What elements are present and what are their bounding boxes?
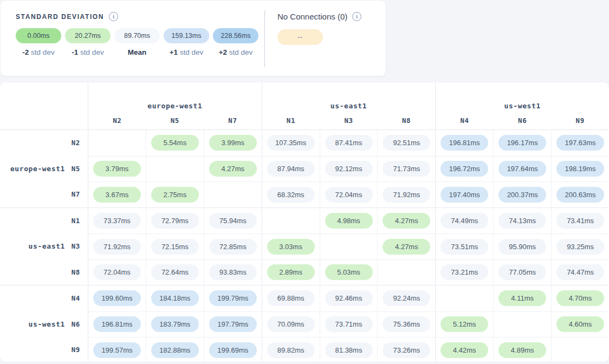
latency-pill-N7-N1[interactable]: 68.32ms [267, 187, 315, 203]
latency-pill-N6-N2[interactable]: 196.81ms [93, 316, 141, 332]
latency-pill-N7-N2[interactable]: 3.67ms [93, 187, 141, 203]
legend-item: 89.70msMean [114, 28, 160, 56]
cell-N6-N1: 70.09ms [262, 311, 320, 337]
latency-pill-N9-N1[interactable]: 89.82ms [267, 342, 315, 358]
legend-pill: 20.27ms [65, 28, 111, 43]
latency-pill-N2-N7[interactable]: 3.99ms [209, 135, 257, 151]
latency-pill-N6-N7[interactable]: 197.79ms [209, 316, 257, 332]
cell-N2-N9: 197.63ms [551, 130, 609, 156]
latency-pill-N4-N5[interactable]: 184.18ms [151, 290, 199, 306]
latency-pill-N2-N4[interactable]: 196.81ms [440, 135, 488, 151]
latency-pill-N4-N9[interactable]: 4.70ms [556, 290, 604, 306]
latency-pill-N9-N3[interactable]: 81.38ms [325, 342, 373, 358]
latency-pill-N7-N4[interactable]: 197.40ms [440, 187, 488, 203]
latency-pill-N7-N9[interactable]: 200.63ms [556, 187, 604, 203]
legend-sub-label: +2 std dev [219, 48, 253, 56]
latency-pill-N2-N3[interactable]: 87.41ms [325, 135, 373, 151]
latency-pill-N8-N4[interactable]: 73.21ms [440, 264, 488, 280]
latency-pill-N8-N1[interactable]: 2.89ms [267, 264, 315, 280]
cell-N1-N9: 73.41ms [551, 208, 609, 234]
latency-pill-N4-N8[interactable]: 92.24ms [383, 290, 430, 306]
cell-N3-N2: 71.92ms [88, 233, 146, 259]
latency-pill-N9-N6[interactable]: 4.89ms [498, 342, 546, 358]
latency-pill-N3-N7[interactable]: 72.85ms [209, 239, 257, 255]
latency-pill-N1-N3[interactable]: 4.98ms [325, 213, 373, 229]
column-region-label: europe-west1 [88, 96, 262, 115]
latency-pill-N1-N9[interactable]: 73.41ms [556, 213, 604, 229]
latency-pill-N7-N3[interactable]: 72.04ms [325, 187, 373, 203]
latency-pill-N4-N2[interactable]: 199.60ms [93, 290, 141, 306]
latency-pill-N2-N6[interactable]: 196.17ms [498, 135, 546, 151]
latency-pill-N2-N8[interactable]: 92.51ms [383, 135, 430, 151]
latency-pill-N7-N8[interactable]: 71.92ms [383, 187, 430, 203]
latency-pill-N5-N4[interactable]: 196.72ms [440, 161, 488, 177]
cell-N7-N5: 2.75ms [146, 181, 204, 207]
latency-pill-N8-N6[interactable]: 77.05ms [498, 264, 546, 280]
latency-pill-N5-N7[interactable]: 4.27ms [209, 161, 257, 177]
latency-pill-N8-N7[interactable]: 93.83ms [209, 264, 257, 280]
latency-pill-N1-N5[interactable]: 72.79ms [151, 213, 199, 229]
latency-pill-N2-N9[interactable]: 197.63ms [556, 135, 604, 151]
latency-pill-N6-N5[interactable]: 183.79ms [151, 316, 199, 332]
latency-pill-N3-N2[interactable]: 71.92ms [93, 239, 141, 255]
latency-pill-N8-N5[interactable]: 72.64ms [151, 264, 199, 280]
cell-N3-N3 [320, 233, 378, 259]
latency-pill-N3-N4[interactable]: 73.51ms [440, 239, 488, 255]
latency-pill-N3-N8[interactable]: 4.27ms [383, 239, 430, 255]
latency-pill-N5-N8[interactable]: 71.73ms [383, 161, 430, 177]
no-connections-info-icon[interactable]: i [352, 12, 361, 21]
latency-pill-N7-N5[interactable]: 2.75ms [151, 187, 199, 203]
latency-pill-N9-N7[interactable]: 199.69ms [209, 342, 257, 358]
latency-pill-N9-N4[interactable]: 4.42ms [440, 342, 488, 358]
latency-pill-N5-N1[interactable]: 87.94ms [267, 161, 315, 177]
cell-N9-N2: 199.57ms [88, 337, 146, 362]
latency-pill-N9-N5[interactable]: 182.88ms [151, 342, 199, 358]
latency-pill-N6-N9[interactable]: 4.60ms [556, 316, 604, 332]
latency-pill-N2-N1[interactable]: 107.35ms [267, 135, 315, 151]
latency-pill-N1-N7[interactable]: 75.94ms [209, 213, 257, 229]
latency-pill-N4-N3[interactable]: 92.46ms [325, 290, 373, 306]
cell-N5-N1: 87.94ms [262, 156, 320, 182]
matrix-row-N1: N173.37ms72.79ms75.94ms4.98ms4.27ms74.49… [0, 208, 609, 234]
latency-pill-N4-N1[interactable]: 69.88ms [267, 290, 315, 306]
latency-pill-N5-N6[interactable]: 197.64ms [498, 161, 546, 177]
latency-pill-N9-N8[interactable]: 73.26ms [383, 342, 430, 358]
latency-pill-N1-N6[interactable]: 74.13ms [498, 213, 546, 229]
cell-N3-N9: 93.25ms [551, 233, 609, 259]
std-dev-info-icon[interactable]: i [109, 12, 118, 21]
latency-pill-N8-N2[interactable]: 72.04ms [93, 264, 141, 280]
column-group-europe-west1: europe-west1N2N5N7 [88, 82, 262, 129]
latency-pill-N4-N7[interactable]: 199.79ms [209, 290, 257, 306]
latency-pill-N7-N6[interactable]: 200.37ms [498, 187, 546, 203]
latency-pill-N4-N6[interactable]: 4.11ms [498, 290, 546, 306]
cell-N1-N4: 74.49ms [435, 208, 493, 234]
latency-pill-N1-N8[interactable]: 4.27ms [383, 213, 430, 229]
no-connections-legend: No Connections (0) i -- [277, 12, 361, 45]
latency-pill-N1-N2[interactable]: 73.37ms [93, 213, 141, 229]
latency-pill-N3-N6[interactable]: 95.90ms [498, 239, 546, 255]
latency-pill-N8-N9[interactable]: 74.47ms [556, 264, 604, 280]
latency-pill-N5-N9[interactable]: 198.19ms [556, 161, 604, 177]
cell-N6-N2: 196.81ms [88, 311, 146, 337]
cell-N5-N9: 198.19ms [551, 156, 609, 182]
latency-pill-N8-N3[interactable]: 5.03ms [325, 264, 373, 280]
no-connections-pill: -- [277, 29, 323, 45]
cell-N8-N4: 73.21ms [435, 259, 493, 285]
latency-pill-N9-N2[interactable]: 199.57ms [93, 342, 141, 358]
latency-pill-N6-N8[interactable]: 75.36ms [383, 316, 430, 332]
cell-N1-N8: 4.27ms [377, 208, 435, 234]
latency-pill-N6-N3[interactable]: 73.71ms [325, 316, 373, 332]
latency-pill-N5-N2[interactable]: 3.79ms [93, 161, 141, 177]
latency-pill-N3-N9[interactable]: 93.25ms [556, 239, 604, 255]
latency-pill-N3-N1[interactable]: 3.03ms [267, 239, 315, 255]
latency-pill-N6-N1[interactable]: 70.09ms [267, 316, 315, 332]
legend-pill: 159.13ms [164, 28, 209, 43]
latency-pill-N3-N5[interactable]: 72.15ms [151, 239, 199, 255]
latency-pill-N5-N3[interactable]: 92.12ms [325, 161, 373, 177]
latency-pill-N2-N5[interactable]: 5.54ms [151, 135, 199, 151]
matrix-corner-cell [0, 82, 88, 129]
row-group-us-west1: us-west1N4199.60ms184.18ms199.79ms69.88m… [0, 285, 609, 362]
column-header-N3: N3 [320, 116, 378, 125]
latency-pill-N6-N4[interactable]: 5.12ms [440, 316, 488, 332]
latency-pill-N1-N4[interactable]: 74.49ms [440, 213, 488, 229]
